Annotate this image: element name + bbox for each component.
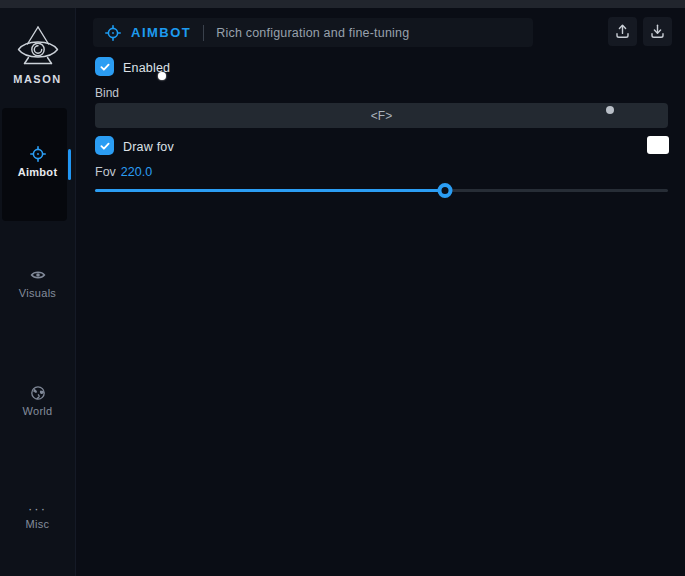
eye-icon	[30, 267, 46, 283]
ellipsis-icon: ···	[0, 502, 75, 516]
sidebar-item-label: Visuals	[0, 287, 75, 299]
logo-text: MASON	[0, 73, 75, 85]
checkmark-icon	[99, 61, 111, 73]
fov-value-row: Fov220.0	[95, 165, 152, 179]
draw-fov-checkbox[interactable]	[95, 136, 114, 155]
window-corner	[669, 564, 685, 576]
window-top-strip	[0, 0, 685, 8]
upload-config-button[interactable]	[608, 17, 637, 46]
crosshair-icon	[30, 146, 46, 162]
bind-label: Bind	[95, 86, 119, 100]
fov-slider-fill	[95, 189, 445, 192]
fov-value: 220.0	[121, 165, 152, 179]
header-divider	[203, 25, 204, 41]
page-title: AIMBOT	[131, 25, 191, 40]
sidebar-item-world[interactable]: World	[0, 385, 75, 417]
sidebar-item-label: Aimbot	[0, 166, 75, 178]
upload-icon	[614, 23, 631, 40]
sidebar-item-aimbot[interactable]: Aimbot	[0, 146, 75, 178]
globe-icon	[30, 385, 46, 401]
sidebar-item-label: World	[0, 405, 75, 417]
enabled-checkbox[interactable]	[95, 57, 114, 76]
sidebar-item-label: Misc	[0, 518, 75, 530]
sidebar: MASON Aimbot Visuals	[0, 8, 76, 576]
draw-fov-label: Draw fov	[123, 140, 174, 154]
sidebar-item-visuals[interactable]: Visuals	[0, 267, 75, 299]
crosshair-icon	[105, 25, 121, 41]
app-logo: MASON	[0, 24, 75, 85]
mouse-cursor-dot	[158, 72, 166, 80]
bind-input-dot	[606, 106, 614, 114]
bind-input[interactable]	[95, 103, 668, 128]
download-icon	[649, 23, 666, 40]
page-header: AIMBOT Rich configuration and fine-tunin…	[93, 18, 533, 47]
fov-color-swatch[interactable]	[647, 136, 669, 154]
fov-label: Fov	[95, 165, 116, 179]
fov-slider[interactable]	[95, 183, 668, 197]
checkmark-icon	[99, 140, 111, 152]
cheat-menu-window: MASON Aimbot Visuals	[0, 0, 685, 576]
download-config-button[interactable]	[643, 17, 672, 46]
page-subtitle: Rich configuration and fine-tuning	[216, 26, 409, 40]
fov-slider-thumb[interactable]	[437, 183, 452, 198]
sidebar-item-misc[interactable]: ··· Misc	[0, 502, 75, 530]
mason-eye-pyramid-icon	[0, 24, 75, 70]
